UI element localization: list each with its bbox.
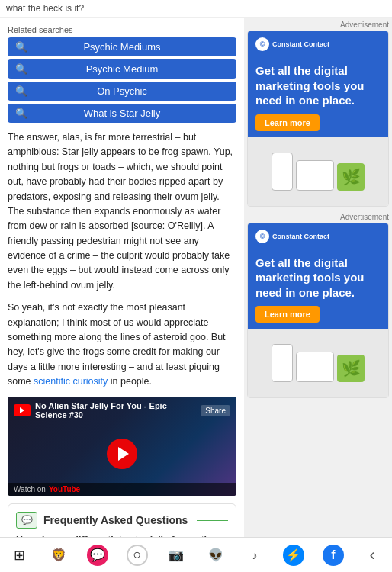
ad-visual-2: 🌿 — [248, 329, 388, 397]
content-area: Related searches 🔍 Psychic Mediums 🔍 Psy… — [0, 18, 244, 572]
top-text: what the heck is it? — [6, 3, 84, 14]
youtube-logo: YouTube — [49, 485, 80, 493]
watch-on-label: Watch on — [14, 485, 46, 493]
bottom-navigation: ⊞ 🦁 💬 ○ 📷 👽 ♪ ⚡ f ‹ — [0, 537, 392, 572]
article-paragraph-1: The answer, alas, is far more terrestria… — [8, 130, 236, 389]
ad-label-1: Advertisement — [247, 21, 389, 29]
faq-title: Frequently Asked Questions — [43, 514, 188, 526]
mockup-flowers-2: 🌿 — [337, 355, 365, 382]
search-suggestion-what-is-star-jelly[interactable]: 🔍 What is Star Jelly — [8, 104, 236, 123]
ad-box-1: © Constant Contact Get all the digital m… — [247, 31, 389, 207]
faq-icon: 💬 — [16, 512, 37, 529]
ad-cta-btn-2[interactable]: Learn more — [255, 306, 320, 323]
search-suggestion-on-psychic[interactable]: 🔍 On Psychic — [8, 82, 236, 101]
ad-cta-btn-1[interactable]: Learn more — [255, 114, 320, 131]
youtube-icon — [14, 404, 31, 416]
faq-divider — [197, 520, 228, 521]
back-icon[interactable]: ‹ — [361, 545, 383, 566]
ad-label-2: Advertisement — [247, 213, 389, 221]
ad-header-1: © Constant Contact — [248, 31, 388, 57]
cc-logo-1: © — [255, 37, 269, 51]
ad-headline-1: Get all the digital marketing tools you … — [255, 63, 381, 108]
video-play-area[interactable] — [8, 424, 236, 483]
ad-mockup-1: 🌿 — [267, 148, 369, 195]
home-icon[interactable]: ○ — [127, 545, 148, 566]
mockup-phone-2 — [272, 344, 293, 382]
mockup-phone-1 — [272, 153, 293, 191]
brave-browser-icon[interactable]: 🦁 — [48, 545, 69, 566]
mockup-tablet-1 — [296, 160, 334, 191]
ad-visual-1: 🌿 — [248, 137, 388, 206]
related-searches-label: Related searches — [8, 25, 236, 34]
cc-logo-2: © — [255, 230, 269, 243]
search-icon-1: 🔍 — [15, 41, 27, 53]
instagram-icon[interactable]: 📷 — [165, 545, 187, 566]
ad-box-2: © Constant Contact Get all the digital m… — [247, 223, 389, 399]
video-container: No Alien Star Jelly For You - Epic Scien… — [8, 397, 236, 496]
ad-brand-2: Constant Contact — [272, 233, 329, 240]
search-suggestion-psychic-medium[interactable]: 🔍 Psychic Medium — [8, 59, 236, 79]
search-suggestion-psychic-mediums[interactable]: 🔍 Psychic Mediums — [8, 37, 236, 56]
tiktok-icon[interactable]: ♪ — [244, 545, 265, 566]
mockup-tablet-2 — [296, 352, 334, 382]
reddit-icon[interactable]: 👽 — [205, 545, 227, 566]
play-triangle-icon — [118, 447, 129, 461]
video-thumbnail: No Alien Star Jelly For You - Epic Scien… — [8, 397, 236, 496]
search-icon-3: 🔍 — [15, 85, 27, 97]
faq-header: 💬 Frequently Asked Questions — [16, 512, 228, 529]
top-strip: what the heck is it? — [0, 0, 392, 18]
play-button[interactable] — [107, 439, 137, 469]
scientific-curiosity-link[interactable]: scientific curiosity — [34, 376, 108, 387]
search-icon-4: 🔍 — [15, 108, 27, 119]
search-icon-2: 🔍 — [15, 63, 27, 75]
share-button[interactable]: Share — [201, 405, 230, 416]
facebook-icon[interactable]: f — [323, 545, 344, 566]
ad-brand-1: Constant Contact — [272, 40, 329, 48]
ad-header-2: © Constant Contact — [248, 223, 388, 249]
mockup-flowers-1: 🌿 — [337, 163, 365, 191]
sidebar-area: Advertisement © Constant Contact Get all… — [244, 18, 392, 572]
ad-body-1: Get all the digital marketing tools you … — [248, 57, 388, 137]
messenger-icon[interactable]: ⚡ — [283, 545, 304, 566]
chat-icon[interactable]: 💬 — [87, 545, 108, 566]
ad-headline-2: Get all the digital marketing tools you … — [255, 255, 381, 300]
video-title-bar: No Alien Star Jelly For You - Epic Scien… — [8, 397, 236, 424]
video-title: No Alien Star Jelly For You - Epic Scien… — [35, 401, 196, 419]
ad-mockup-2: 🌿 — [267, 339, 369, 387]
video-bottom-bar: Watch on YouTube — [8, 483, 236, 496]
ad-body-2: Get all the digital marketing tools you … — [248, 249, 388, 329]
apps-icon[interactable]: ⊞ — [9, 545, 31, 566]
